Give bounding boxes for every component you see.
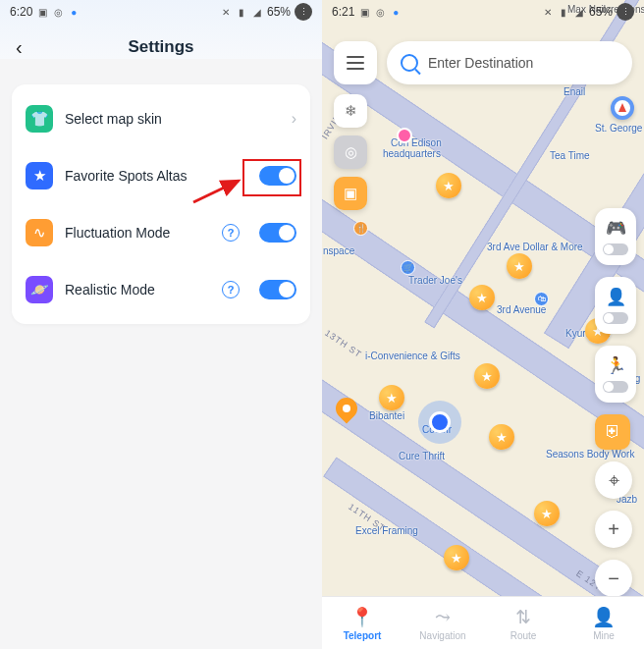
snowflake-button[interactable]: ❄ <box>334 94 367 128</box>
poi-iconvenience: i-Convenience & Gifts <box>365 351 460 361</box>
run-icon: 🏃 <box>606 355 626 376</box>
search-placeholder: Enter Destination <box>428 55 533 71</box>
favorite-star-3[interactable]: ★ <box>469 285 495 310</box>
poi-teatime: Tea Time <box>550 150 590 161</box>
folder-button[interactable]: ▣ <box>334 177 367 210</box>
run-toggle[interactable] <box>603 381 628 393</box>
realistic-label: Realistic Mode <box>65 282 210 297</box>
image-icon: ▣ <box>358 6 370 18</box>
pin-status-icon: ● <box>68 6 80 18</box>
nav-navigation[interactable]: ⤳ Navigation <box>402 597 483 649</box>
favorite-star-8[interactable]: ★ <box>534 501 560 526</box>
map-skin-label: Select map skin <box>65 111 280 127</box>
menu-button[interactable] <box>334 41 377 84</box>
search-row: Enter Destination <box>334 41 632 84</box>
person-icon: 👤 <box>606 287 626 307</box>
route-icon: ⇅ <box>515 606 531 628</box>
signal-icon: ◢ <box>573 6 585 18</box>
settings-card: 👕 Select map skin › ★ Favorite Spots Alt… <box>12 84 310 324</box>
status-bar-right: 6:21 ▣ ◎ ● ✕ ▮ ◢ 65% ⋮ <box>322 0 644 24</box>
star-book-icon: ★ <box>26 162 53 189</box>
shield-icon: ⛨ <box>605 422 621 442</box>
nav-mine[interactable]: 👤 Mine <box>564 597 644 649</box>
signal-icon: ◢ <box>251 6 263 18</box>
bottom-nav: 📍 Teleport ⤳ Navigation ⇅ Route 👤 Mine <box>322 596 644 649</box>
gamepad-icon: 🎮 <box>606 218 626 239</box>
nav-mine-label: Mine <box>593 630 615 641</box>
joystick-tool[interactable]: 🎮 <box>595 208 636 265</box>
chevron-right-icon: › <box>292 110 296 128</box>
location-status-icon: ◎ <box>52 6 64 18</box>
favorite-star-6[interactable]: ★ <box>379 385 404 410</box>
settings-screen: 6:20 ▣ ◎ ● ✕ ▮ ◢ 65% ⋮ ‹ Settings 👕 Sele… <box>0 0 322 649</box>
food-poi-icon[interactable]: 🍴 <box>353 221 368 236</box>
status-badge-icon: ⋮ <box>617 3 634 21</box>
location-tool-button[interactable]: ◎ <box>334 135 367 169</box>
joystick-toggle[interactable] <box>603 243 628 255</box>
poi-bibantei: Bibantei <box>369 410 404 421</box>
nav-teleport-label: Teleport <box>344 630 382 641</box>
search-input[interactable]: Enter Destination <box>387 41 632 84</box>
planet-icon: 🪐 <box>26 276 53 303</box>
nav-teleport[interactable]: 📍 Teleport <box>322 597 402 649</box>
profile-icon: 👤 <box>592 606 616 628</box>
fluctuation-toggle[interactable] <box>259 223 296 243</box>
locate-me-button[interactable]: ⌖ <box>595 461 632 499</box>
poi-curethrift: Cure Thrift <box>399 451 445 461</box>
poi-enail: Enail <box>564 86 585 97</box>
shop-poi-icon-2[interactable]: 🛍 <box>534 292 549 306</box>
row-fluctuation[interactable]: ∿ Fluctuation Mode ? <box>26 204 296 261</box>
row-map-skin[interactable]: 👕 Select map skin › <box>26 90 296 147</box>
wave-icon: ∿ <box>26 219 53 246</box>
right-tool-column: 🎮 👤 🏃 ⛨ ⌖ + − <box>595 208 636 597</box>
teleport-icon: 📍 <box>350 606 374 628</box>
fluctuation-label: Fluctuation Mode <box>65 225 210 241</box>
avatar-toggle[interactable] <box>603 312 628 324</box>
realistic-help[interactable]: ? <box>222 281 240 298</box>
favorite-star-7[interactable]: ★ <box>489 424 514 450</box>
favorite-star-9[interactable]: ★ <box>444 545 469 570</box>
status-battery: 65% <box>267 5 291 19</box>
settings-title: Settings <box>35 37 287 57</box>
mute-icon: ✕ <box>220 6 232 18</box>
favorite-toggle[interactable] <box>259 166 296 186</box>
zoom-out-button[interactable]: − <box>595 560 632 597</box>
pin-status-icon: ● <box>390 6 402 18</box>
back-button[interactable]: ‹ <box>16 36 35 59</box>
realistic-toggle[interactable] <box>259 280 296 299</box>
pink-pin-icon[interactable] <box>397 128 412 143</box>
navigation-icon: ⤳ <box>435 606 451 628</box>
shop-poi-icon[interactable]: 🛒 <box>401 260 415 275</box>
status-badge-icon: ⋮ <box>295 3 312 21</box>
run-tool[interactable]: 🏃 <box>595 346 636 403</box>
crosshair-icon: ⌖ <box>609 469 619 492</box>
search-icon <box>401 54 418 72</box>
row-favorite-spots[interactable]: ★ Favorite Spots Altas <box>26 147 296 204</box>
tshirt-icon: 👕 <box>26 105 53 133</box>
left-tool-column: ❄ ◎ ▣ <box>334 94 367 210</box>
fluctuation-help[interactable]: ? <box>222 224 240 242</box>
settings-header: ‹ Settings <box>0 24 322 71</box>
image-icon: ▣ <box>36 6 48 18</box>
nav-route-label: Route <box>510 630 537 641</box>
poi-3rdavedollar: 3rd Ave Dollar & More <box>487 242 583 252</box>
current-location-dot <box>418 401 461 444</box>
wifi-icon: ▮ <box>236 6 247 18</box>
location-status-icon: ◎ <box>374 6 386 18</box>
poi-stgeorge: St. George <box>595 123 642 134</box>
street-13th: 13TH ST <box>323 328 363 359</box>
status-battery-right: 65% <box>589 5 613 19</box>
plus-icon: + <box>608 518 619 541</box>
row-realistic[interactable]: 🪐 Realistic Mode ? <box>26 261 296 318</box>
location-pin-icon[interactable] <box>336 398 357 425</box>
compass-button[interactable] <box>611 96 634 120</box>
zoom-in-button[interactable]: + <box>595 511 632 548</box>
favorite-star-5[interactable]: ★ <box>474 363 500 389</box>
avatar-tool[interactable]: 👤 <box>595 277 636 334</box>
poi-nspace: nspace <box>323 245 354 256</box>
nav-route[interactable]: ⇅ Route <box>483 597 564 649</box>
nav-navigation-label: Navigation <box>419 630 465 641</box>
favorite-star-2[interactable]: ★ <box>507 253 532 279</box>
favorite-star-1[interactable]: ★ <box>436 173 461 198</box>
shield-button[interactable]: ⛨ <box>595 414 630 450</box>
